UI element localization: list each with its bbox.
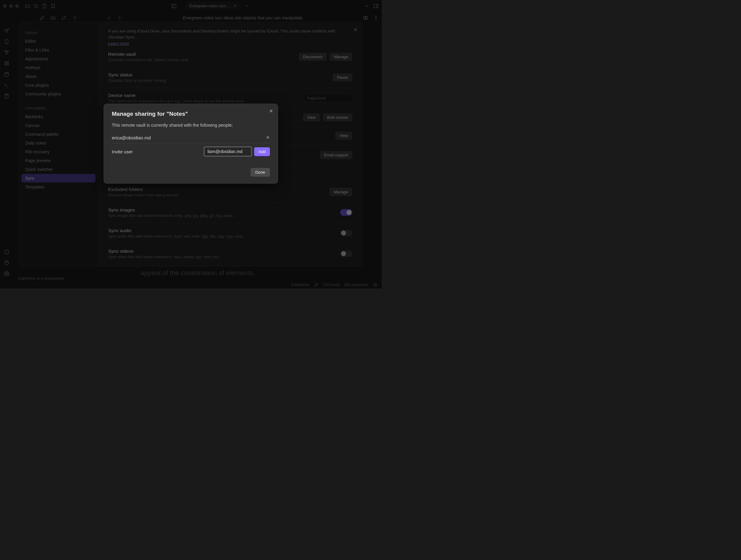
disconnect-button[interactable]: Disconnect bbox=[299, 53, 327, 61]
sidebar-item-core-plugins[interactable]: Core plugins bbox=[21, 81, 95, 89]
vault-icon[interactable] bbox=[4, 249, 9, 255]
sidebar-item-sync[interactable]: Sync bbox=[21, 174, 95, 182]
sidebar-item-daily-notes[interactable]: Daily notes bbox=[21, 139, 95, 147]
sort-icon[interactable] bbox=[61, 15, 67, 20]
manage-vault-button[interactable]: Manage bbox=[330, 53, 352, 61]
daily-note-icon[interactable] bbox=[4, 71, 9, 77]
sidebar-item-quick-switcher[interactable]: Quick switcher bbox=[21, 165, 95, 174]
sidebar-item-backlinks[interactable]: Backlinks bbox=[21, 112, 95, 121]
dialog-subtitle: This remote vault is currently shared wi… bbox=[112, 123, 270, 128]
row-sync-images: Sync images Sync image files with these … bbox=[108, 202, 352, 223]
sidebar-item-editor[interactable]: Editor bbox=[21, 37, 95, 46]
row-desc: This name will be displayed in the sync … bbox=[108, 99, 301, 103]
view-deleted-button[interactable]: View bbox=[303, 113, 320, 122]
file-tree-item[interactable]: Calmness is a superpower bbox=[16, 275, 98, 281]
svg-rect-2 bbox=[374, 4, 378, 8]
help-icon[interactable] bbox=[4, 260, 9, 265]
bookmark-icon[interactable] bbox=[50, 3, 56, 9]
svg-point-18 bbox=[6, 273, 8, 274]
shared-user-row: erica@obsidian.md ✕ bbox=[112, 132, 270, 144]
row-title: Remote vault bbox=[108, 52, 296, 57]
backlinks-count[interactable]: 0 backlinks bbox=[291, 283, 309, 287]
sidebar-item-files-links[interactable]: Files & Links bbox=[21, 46, 95, 54]
row-desc: Currently connected to the "Notes" remot… bbox=[108, 58, 296, 62]
sync-status-icon[interactable] bbox=[373, 282, 378, 288]
tab-close-icon[interactable]: ✕ bbox=[233, 4, 237, 8]
nav-forward[interactable] bbox=[117, 15, 122, 20]
new-folder-icon[interactable] bbox=[50, 15, 56, 20]
more-icon[interactable] bbox=[373, 15, 379, 20]
new-note-icon[interactable] bbox=[4, 39, 9, 44]
device-name-input[interactable] bbox=[304, 94, 352, 103]
chevron-down-icon[interactable] bbox=[364, 3, 369, 9]
nav-back[interactable] bbox=[106, 15, 112, 20]
invite-user-input[interactable] bbox=[204, 147, 252, 157]
settings-close-icon[interactable]: ✕ bbox=[353, 26, 358, 33]
new-file-icon[interactable] bbox=[42, 3, 47, 9]
tab-title: Evergreen notes turn ide… bbox=[189, 4, 230, 8]
right-panel-toggle[interactable] bbox=[373, 3, 379, 9]
minimize-window[interactable] bbox=[9, 4, 13, 8]
search-icon[interactable] bbox=[33, 3, 39, 9]
sidebar-item-about[interactable]: About bbox=[21, 72, 95, 81]
svg-point-3 bbox=[376, 16, 376, 17]
word-count[interactable]: 170 words bbox=[323, 283, 340, 287]
sidebar-item-community-plugins[interactable]: Community plugins bbox=[21, 90, 95, 98]
left-panel-toggle[interactable] bbox=[171, 3, 177, 9]
edit-icon[interactable] bbox=[40, 15, 45, 20]
settings-sidebar: Options EditorFiles & LinksAppearanceHot… bbox=[19, 22, 98, 266]
new-tab-button[interactable]: ＋ bbox=[245, 3, 249, 9]
sidebar-item-file-recovery[interactable]: File recovery bbox=[21, 147, 95, 156]
canvas-icon[interactable] bbox=[4, 61, 9, 66]
sidebar-item-templates[interactable]: Templates bbox=[21, 183, 95, 191]
sidebar-group-options: Options bbox=[21, 28, 95, 37]
learn-more-link[interactable]: Learn more bbox=[108, 41, 129, 46]
status-bar: 0 backlinks 170 words 993 characters bbox=[0, 281, 382, 289]
svg-point-19 bbox=[374, 283, 377, 286]
email-support-button[interactable]: Email support bbox=[320, 151, 352, 159]
shared-user-email: erica@obsidian.md bbox=[112, 135, 266, 140]
remove-user-icon[interactable]: ✕ bbox=[266, 135, 270, 140]
templates-icon[interactable] bbox=[4, 93, 9, 99]
bulk-restore-button[interactable]: Bulk restore bbox=[323, 113, 352, 122]
char-count[interactable]: 993 characters bbox=[344, 283, 368, 287]
row-title: Sync status bbox=[108, 72, 330, 77]
quick-switcher-icon[interactable] bbox=[4, 28, 9, 33]
window-controls bbox=[3, 4, 19, 8]
graph-icon[interactable] bbox=[4, 50, 9, 55]
pause-button[interactable]: Pause bbox=[333, 73, 352, 81]
svg-point-4 bbox=[376, 17, 376, 18]
sidebar-group-coreplugins: Core plugins bbox=[21, 104, 95, 112]
command-palette-icon[interactable] bbox=[4, 82, 9, 88]
reading-view-icon[interactable] bbox=[363, 15, 368, 20]
folder-icon[interactable] bbox=[25, 3, 30, 9]
row-sync-audio: Sync audio Sync audio files with these e… bbox=[108, 223, 352, 244]
close-window[interactable] bbox=[3, 4, 7, 8]
view-activity-button[interactable]: View bbox=[335, 131, 352, 140]
maximize-window[interactable] bbox=[15, 4, 19, 8]
row-title: Sync audio bbox=[108, 228, 337, 233]
done-button[interactable]: Done bbox=[251, 168, 270, 177]
svg-rect-1 bbox=[172, 4, 176, 8]
sync-audio-toggle[interactable] bbox=[340, 230, 352, 236]
row-title: Sync images bbox=[108, 207, 337, 213]
sync-videos-toggle[interactable] bbox=[340, 250, 352, 257]
svg-point-8 bbox=[6, 53, 7, 54]
sidebar-item-hotkeys[interactable]: Hotkeys bbox=[21, 63, 95, 72]
add-user-button[interactable]: Add bbox=[254, 147, 270, 156]
pencil-icon[interactable] bbox=[314, 282, 319, 288]
titlebar: Evergreen notes turn ide… ✕ ＋ bbox=[0, 0, 382, 12]
collapse-icon[interactable] bbox=[72, 15, 78, 20]
dialog-close-icon[interactable]: ✕ bbox=[269, 108, 273, 114]
sidebar-item-command-palette[interactable]: Command palette bbox=[21, 130, 95, 138]
invite-user-row: Invite user Add bbox=[112, 144, 270, 160]
sidebar-item-page-preview[interactable]: Page preview bbox=[21, 157, 95, 165]
settings-icon[interactable] bbox=[4, 271, 9, 276]
sidebar-item-canvas[interactable]: Canvas bbox=[21, 121, 95, 130]
manage-excluded-button[interactable]: Manage bbox=[330, 188, 352, 196]
sync-images-toggle[interactable] bbox=[340, 209, 352, 216]
tab-active[interactable]: Evergreen notes turn ide… ✕ bbox=[186, 2, 240, 10]
sidebar-item-appearance[interactable]: Appearance bbox=[21, 55, 95, 63]
row-desc: Sync image files with these extensions: … bbox=[108, 213, 337, 218]
row-title: Sync videos bbox=[108, 248, 337, 254]
